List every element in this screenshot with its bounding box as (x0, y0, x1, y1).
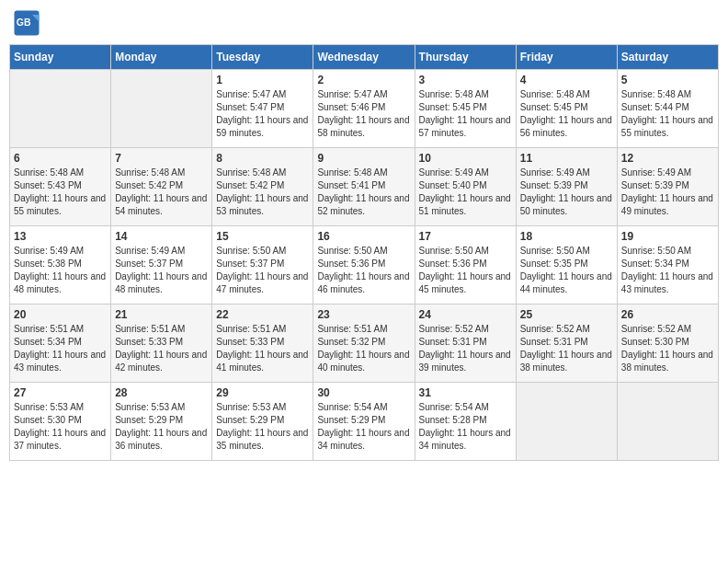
weekday-header: Thursday (415, 45, 516, 70)
daylight-text: Daylight: 11 hours and 54 minutes. (115, 192, 208, 218)
sunset-text: Sunset: 5:34 PM (621, 258, 714, 270)
day-number: 31 (419, 386, 512, 399)
sunset-text: Sunset: 5:36 PM (317, 258, 410, 270)
daylight-text: Daylight: 11 hours and 36 minutes. (115, 427, 208, 453)
calendar-cell: 27 Sunrise: 5:53 AM Sunset: 5:30 PM Dayl… (10, 383, 111, 461)
sunrise-text: Sunrise: 5:49 AM (419, 167, 512, 179)
calendar-cell: 21 Sunrise: 5:51 AM Sunset: 5:33 PM Dayl… (111, 304, 212, 383)
sunset-text: Sunset: 5:42 PM (216, 179, 309, 192)
daylight-text: Daylight: 11 hours and 34 minutes. (419, 427, 512, 453)
sunset-text: Sunset: 5:39 PM (520, 179, 613, 192)
daylight-text: Daylight: 11 hours and 44 minutes. (520, 270, 613, 296)
calendar-cell: 17 Sunrise: 5:50 AM Sunset: 5:36 PM Dayl… (415, 226, 516, 304)
day-number: 21 (115, 308, 208, 321)
daylight-text: Daylight: 11 hours and 42 minutes. (115, 349, 208, 374)
cell-content: Sunrise: 5:49 AM Sunset: 5:37 PM Dayligh… (115, 245, 208, 296)
page-header: GB (9, 9, 719, 37)
daylight-text: Daylight: 11 hours and 58 minutes. (317, 114, 410, 140)
daylight-text: Daylight: 11 hours and 48 minutes. (115, 270, 208, 296)
day-number: 4 (520, 74, 613, 86)
calendar-week-row: 13 Sunrise: 5:49 AM Sunset: 5:38 PM Dayl… (10, 226, 719, 304)
daylight-text: Daylight: 11 hours and 47 minutes. (216, 270, 309, 296)
calendar-cell: 2 Sunrise: 5:47 AM Sunset: 5:46 PM Dayli… (313, 70, 415, 148)
sunrise-text: Sunrise: 5:50 AM (520, 245, 613, 258)
cell-content: Sunrise: 5:49 AM Sunset: 5:38 PM Dayligh… (14, 245, 107, 296)
daylight-text: Daylight: 11 hours and 50 minutes. (520, 192, 613, 218)
day-number: 1 (216, 74, 309, 86)
cell-content: Sunrise: 5:49 AM Sunset: 5:39 PM Dayligh… (520, 167, 613, 218)
sunrise-text: Sunrise: 5:51 AM (115, 323, 208, 336)
svg-text:GB: GB (17, 17, 31, 28)
day-number: 27 (14, 386, 107, 399)
daylight-text: Daylight: 11 hours and 39 minutes. (419, 349, 512, 374)
sunset-text: Sunset: 5:39 PM (621, 179, 714, 192)
sunrise-text: Sunrise: 5:48 AM (621, 88, 714, 101)
cell-content: Sunrise: 5:51 AM Sunset: 5:32 PM Dayligh… (317, 323, 410, 374)
calendar-cell: 19 Sunrise: 5:50 AM Sunset: 5:34 PM Dayl… (617, 226, 718, 304)
cell-content: Sunrise: 5:49 AM Sunset: 5:40 PM Dayligh… (419, 167, 512, 218)
sunset-text: Sunset: 5:42 PM (115, 179, 208, 192)
calendar-cell: 26 Sunrise: 5:52 AM Sunset: 5:30 PM Dayl… (617, 304, 718, 383)
day-number: 24 (419, 308, 512, 321)
calendar-cell: 13 Sunrise: 5:49 AM Sunset: 5:38 PM Dayl… (10, 226, 111, 304)
day-number: 23 (317, 308, 410, 321)
day-number: 6 (14, 152, 107, 165)
cell-content: Sunrise: 5:50 AM Sunset: 5:36 PM Dayligh… (317, 245, 410, 296)
weekday-header: Friday (516, 45, 617, 70)
daylight-text: Daylight: 11 hours and 34 minutes. (317, 427, 410, 453)
calendar-cell: 22 Sunrise: 5:51 AM Sunset: 5:33 PM Dayl… (212, 304, 313, 383)
calendar-cell: 12 Sunrise: 5:49 AM Sunset: 5:39 PM Dayl… (617, 148, 718, 226)
cell-content: Sunrise: 5:48 AM Sunset: 5:45 PM Dayligh… (419, 88, 512, 140)
sunset-text: Sunset: 5:37 PM (115, 258, 208, 270)
daylight-text: Daylight: 11 hours and 59 minutes. (216, 114, 309, 140)
calendar-cell: 16 Sunrise: 5:50 AM Sunset: 5:36 PM Dayl… (313, 226, 415, 304)
daylight-text: Daylight: 11 hours and 38 minutes. (520, 349, 613, 374)
daylight-text: Daylight: 11 hours and 56 minutes. (520, 114, 613, 140)
calendar-cell: 5 Sunrise: 5:48 AM Sunset: 5:44 PM Dayli… (617, 70, 718, 148)
calendar-cell: 25 Sunrise: 5:52 AM Sunset: 5:31 PM Dayl… (516, 304, 617, 383)
daylight-text: Daylight: 11 hours and 43 minutes. (14, 349, 107, 374)
day-number: 8 (216, 152, 309, 165)
cell-content: Sunrise: 5:51 AM Sunset: 5:33 PM Dayligh… (115, 323, 208, 374)
sunset-text: Sunset: 5:31 PM (419, 336, 512, 349)
cell-content: Sunrise: 5:54 AM Sunset: 5:28 PM Dayligh… (419, 401, 512, 453)
sunset-text: Sunset: 5:36 PM (419, 258, 512, 270)
sunset-text: Sunset: 5:41 PM (317, 179, 410, 192)
calendar-cell: 18 Sunrise: 5:50 AM Sunset: 5:35 PM Dayl… (516, 226, 617, 304)
daylight-text: Daylight: 11 hours and 55 minutes. (621, 114, 714, 140)
sunset-text: Sunset: 5:31 PM (520, 336, 613, 349)
weekday-header: Saturday (617, 45, 718, 70)
sunrise-text: Sunrise: 5:51 AM (14, 323, 107, 336)
day-number: 12 (621, 152, 714, 165)
cell-content: Sunrise: 5:47 AM Sunset: 5:46 PM Dayligh… (317, 88, 410, 140)
sunset-text: Sunset: 5:40 PM (419, 179, 512, 192)
sunset-text: Sunset: 5:32 PM (317, 336, 410, 349)
sunrise-text: Sunrise: 5:48 AM (520, 88, 613, 101)
weekday-header: Wednesday (313, 45, 415, 70)
sunset-text: Sunset: 5:47 PM (216, 101, 309, 114)
day-number: 14 (115, 230, 208, 243)
calendar-cell: 10 Sunrise: 5:49 AM Sunset: 5:40 PM Dayl… (415, 148, 516, 226)
sunrise-text: Sunrise: 5:50 AM (419, 245, 512, 258)
sunset-text: Sunset: 5:30 PM (14, 414, 107, 427)
calendar-cell: 14 Sunrise: 5:49 AM Sunset: 5:37 PM Dayl… (111, 226, 212, 304)
sunset-text: Sunset: 5:29 PM (115, 414, 208, 427)
cell-content: Sunrise: 5:52 AM Sunset: 5:31 PM Dayligh… (419, 323, 512, 374)
calendar-cell: 6 Sunrise: 5:48 AM Sunset: 5:43 PM Dayli… (10, 148, 111, 226)
cell-content: Sunrise: 5:50 AM Sunset: 5:34 PM Dayligh… (621, 245, 714, 296)
day-number: 30 (317, 386, 410, 399)
sunset-text: Sunset: 5:45 PM (419, 101, 512, 114)
daylight-text: Daylight: 11 hours and 57 minutes. (419, 114, 512, 140)
cell-content: Sunrise: 5:54 AM Sunset: 5:29 PM Dayligh… (317, 401, 410, 453)
day-number: 28 (115, 386, 208, 399)
sunset-text: Sunset: 5:33 PM (216, 336, 309, 349)
day-number: 2 (317, 74, 410, 86)
calendar-cell: 4 Sunrise: 5:48 AM Sunset: 5:45 PM Dayli… (516, 70, 617, 148)
sunrise-text: Sunrise: 5:51 AM (317, 323, 410, 336)
calendar-cell: 30 Sunrise: 5:54 AM Sunset: 5:29 PM Dayl… (313, 383, 415, 461)
calendar-cell: 15 Sunrise: 5:50 AM Sunset: 5:37 PM Dayl… (212, 226, 313, 304)
calendar-cell: 29 Sunrise: 5:53 AM Sunset: 5:29 PM Dayl… (212, 383, 313, 461)
calendar-cell: 28 Sunrise: 5:53 AM Sunset: 5:29 PM Dayl… (111, 383, 212, 461)
calendar-cell (617, 383, 718, 461)
calendar-week-row: 6 Sunrise: 5:48 AM Sunset: 5:43 PM Dayli… (10, 148, 719, 226)
